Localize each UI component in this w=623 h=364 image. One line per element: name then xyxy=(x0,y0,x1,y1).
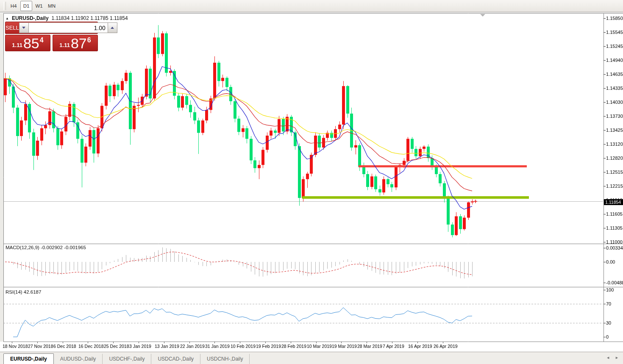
macd-label: MACD(12,26,9) -0.002902 -0.001965 xyxy=(6,245,86,250)
buy-price-pip: 6 xyxy=(87,36,91,44)
date-axis-label: 26 Apr 2019 xyxy=(434,344,458,349)
rsi-tick-label: 30 xyxy=(606,320,623,326)
volume-decrease-button[interactable] xyxy=(19,22,29,33)
date-axis-label: 28 Feb 2019 xyxy=(281,344,306,349)
current-price-badge: 1.11854 xyxy=(604,199,623,205)
sell-price-pip: 4 xyxy=(40,36,44,44)
one-click-trade-panel: SELL BUY 1.11 85 4 1.11 87 6 xyxy=(5,22,98,51)
price-tick-label: 1.15545 xyxy=(606,29,623,35)
tab-scroll-right-icon[interactable]: ► xyxy=(615,356,619,360)
timeframe-buttons: H4D1W1MN xyxy=(8,1,58,11)
date-axis-label: 19 Mar 2019 xyxy=(332,344,357,349)
buy-price-prefix: 1.11 xyxy=(59,42,70,48)
symbol-tab[interactable]: AUDUSD-,Daily xyxy=(54,354,103,364)
timeframe-button-h4[interactable]: H4 xyxy=(8,1,19,11)
chevron-down-icon xyxy=(22,27,25,29)
tab-scroll-controls: ◄ ► xyxy=(606,356,619,360)
price-tick-label: 1.15245 xyxy=(606,43,623,49)
rsi-tick-label: 70 xyxy=(606,301,623,307)
price-tick-label: 1.12215 xyxy=(606,183,623,189)
date-axis-label: 27 Nov 2018 xyxy=(28,344,53,349)
date-axis-label: 16 Dec 2018 xyxy=(78,344,104,349)
date-axis-label: 13 Jan 2019 xyxy=(155,344,179,349)
volume-increase-button[interactable] xyxy=(108,22,117,33)
collapse-triangle-icon[interactable]: ▲ xyxy=(6,17,9,20)
date-axis-label: 10 Feb 2019 xyxy=(231,344,256,349)
date-axis-label: 31 Jan 2019 xyxy=(205,344,230,349)
price-tick-label: 1.11000 xyxy=(606,239,623,245)
symbol-tab[interactable]: USDCHF-,Daily xyxy=(103,354,151,364)
rsi-label: RSI(14) 42.6187 xyxy=(6,289,41,295)
date-axis-label: 28 Mar 2019 xyxy=(357,344,382,349)
candlestick-chart-canvas[interactable] xyxy=(0,13,623,352)
toolbar-grip[interactable] xyxy=(3,2,6,10)
symbol-tab-bar: EURUSD-,DailyAUDUSD-,DailyUSDCHF-,DailyU… xyxy=(0,352,623,364)
timeframe-button-mn[interactable]: MN xyxy=(46,1,58,11)
chart-shift-marker-icon[interactable] xyxy=(480,14,485,17)
buy-price-display[interactable]: 1.11 87 6 xyxy=(53,35,98,51)
price-tick-label: 1.14940 xyxy=(606,57,623,63)
sell-button[interactable]: SELL xyxy=(6,22,19,33)
timeframe-button-w1[interactable]: W1 xyxy=(33,1,45,11)
timeframe-button-d1[interactable]: D1 xyxy=(20,1,32,11)
date-axis-label: 10 Mar 2019 xyxy=(307,344,332,349)
macd-tick-label: 0.003346 xyxy=(606,245,623,251)
macd-tick-label: 0.00 xyxy=(606,259,623,265)
sell-price-display[interactable]: 1.11 85 4 xyxy=(5,35,50,51)
price-tick-label: 1.14030 xyxy=(606,99,623,105)
sell-price-big: 85 xyxy=(23,36,39,51)
date-axis-label: 16 Apr 2019 xyxy=(408,344,432,349)
chevron-up-icon xyxy=(111,27,114,29)
chart-title: ▲ EURUSD-,Daily 1.11834 1.11902 1.11785 … xyxy=(6,15,128,21)
trade-panel-top-row: SELL BUY xyxy=(5,22,98,34)
symbol-tab[interactable]: EURUSD-,Daily xyxy=(3,353,54,364)
date-axis-label: 19 Feb 2019 xyxy=(256,344,281,349)
price-tick-label: 1.11305 xyxy=(606,225,623,231)
symbol-tab[interactable]: USDCNH-,Daily xyxy=(200,354,250,364)
price-tick-label: 1.14335 xyxy=(606,85,623,91)
symbol-tabs: EURUSD-,DailyAUDUSD-,DailyUSDCHF-,DailyU… xyxy=(3,353,250,364)
date-axis-label: 6 Dec 2018 xyxy=(53,344,76,349)
sell-price-prefix: 1.11 xyxy=(12,42,22,48)
date-axis-label: 25 Dec 2018 xyxy=(104,344,129,349)
price-tick-label: 1.11605 xyxy=(606,211,623,217)
tab-scroll-left-icon[interactable]: ◄ xyxy=(606,356,610,360)
macd-tick-label: -0.004885 xyxy=(606,280,623,286)
buy-price-big: 87 xyxy=(71,36,87,51)
symbol-tab[interactable]: USDCAD-,Daily xyxy=(151,354,200,364)
date-axis-label: 22 Jan 2019 xyxy=(180,344,205,349)
price-tick-label: 1.12515 xyxy=(606,169,623,175)
price-tick-label: 1.13120 xyxy=(606,141,623,147)
volume-stepper xyxy=(19,22,117,33)
volume-input[interactable] xyxy=(29,22,108,33)
date-axis-label: 3 Jan 2019 xyxy=(129,344,151,349)
timeframe-toolbar: H4D1W1MN xyxy=(0,0,623,12)
price-tick-label: 1.12820 xyxy=(606,155,623,161)
price-tick-label: 1.13730 xyxy=(606,113,623,119)
trade-panel-price-row: 1.11 85 4 1.11 87 6 xyxy=(5,35,98,51)
price-tick-label: 1.13425 xyxy=(606,127,623,133)
rsi-tick-label: 100 xyxy=(606,287,623,293)
rsi-tick-label: 0 xyxy=(606,334,623,340)
price-tick-label: 1.14635 xyxy=(606,71,623,77)
date-axis-label: 7 Apr 2019 xyxy=(383,344,404,349)
date-axis-label: 18 Nov 2018 xyxy=(3,344,28,349)
ohlc-values: 1.11834 1.11902 1.11785 1.11854 xyxy=(52,15,128,21)
symbol-period-label: EURUSD-,Daily xyxy=(12,15,49,21)
price-tick-label: 1.15850 xyxy=(606,15,623,21)
trading-platform-window: H4D1W1MN ▲ EURUSD-,Daily 1.11834 1.11902… xyxy=(0,0,623,364)
buy-button[interactable]: BUY xyxy=(117,22,129,33)
